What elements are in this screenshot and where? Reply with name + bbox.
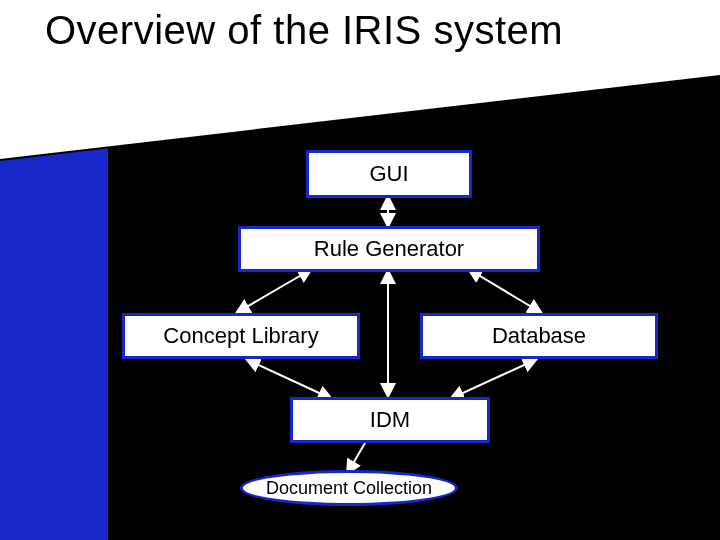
node-document-collection: Document Collection (240, 470, 458, 506)
svg-line-13 (248, 360, 330, 398)
slide-stage: Overview of the IRIS system GUI Rule Gen… (0, 0, 720, 540)
svg-line-15 (348, 443, 365, 472)
node-gui-label: GUI (369, 161, 408, 187)
node-concept-library-label: Concept Library (163, 323, 318, 349)
node-gui: GUI (306, 150, 472, 198)
node-concept-library: Concept Library (122, 313, 360, 359)
node-idm: IDM (290, 397, 490, 443)
node-idm-label: IDM (370, 407, 410, 433)
svg-line-14 (452, 360, 535, 398)
node-rule-generator: Rule Generator (238, 226, 540, 272)
svg-line-10 (238, 270, 310, 312)
node-rule-generator-label: Rule Generator (314, 236, 464, 262)
node-database-label: Database (492, 323, 586, 349)
node-document-collection-label: Document Collection (266, 478, 432, 499)
node-database: Database (420, 313, 658, 359)
svg-line-11 (470, 270, 540, 312)
